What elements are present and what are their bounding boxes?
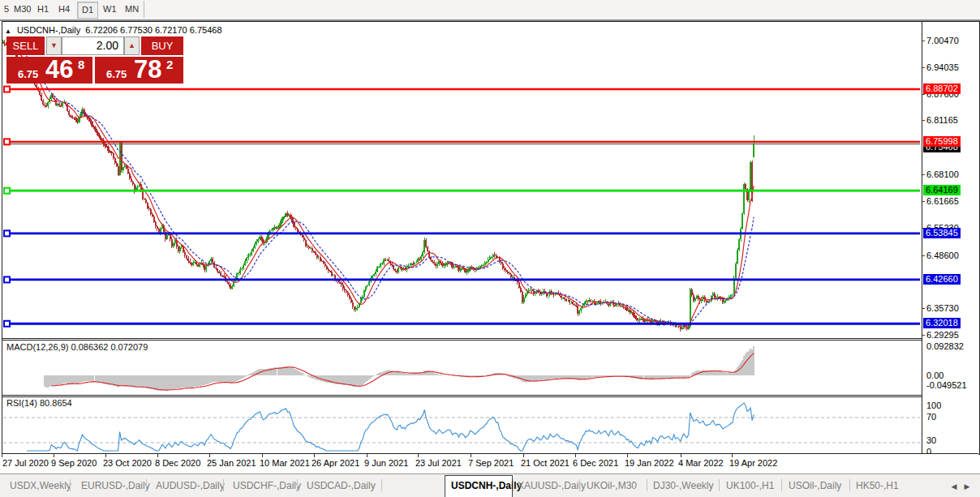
tab-audusd-daily[interactable]: AUDUSD-,Daily bbox=[156, 480, 225, 491]
sell-button[interactable]: SELL bbox=[6, 36, 45, 55]
date-tick bbox=[105, 454, 106, 457]
timeframe-button-w1[interactable]: W1 bbox=[99, 2, 121, 17]
price-axis[interactable]: 7.004706.940356.876006.811656.681006.616… bbox=[922, 22, 979, 453]
volume-input[interactable]: 2.00 bbox=[62, 36, 124, 55]
horizontal-line-6.4266[interactable] bbox=[3, 276, 920, 282]
buy-price-display[interactable]: 6.75 78 2 bbox=[95, 57, 183, 84]
price-tick bbox=[922, 308, 925, 309]
line-price-flag: 6.64169 bbox=[923, 185, 961, 195]
date-tick bbox=[575, 454, 576, 457]
line-handle-icon bbox=[4, 188, 10, 194]
line-price-flag: 6.88702 bbox=[923, 84, 961, 94]
tab-separator bbox=[719, 479, 720, 491]
tab-usoil-daily[interactable]: USOil-,Daily bbox=[789, 480, 841, 491]
rsi-value: 80.8654 bbox=[40, 398, 72, 408]
horizontal-line-6.53845[interactable] bbox=[3, 230, 920, 236]
tabs-scroll-right-button[interactable]: ▶ bbox=[962, 482, 972, 491]
tab-separator bbox=[849, 479, 850, 491]
rsi-line bbox=[27, 403, 754, 451]
timeframe-button-h4[interactable]: H4 bbox=[54, 2, 74, 17]
tab-separator bbox=[223, 479, 224, 491]
timeframe-button-m30[interactable]: M30 bbox=[10, 2, 35, 17]
line-price-flag: 6.75998 bbox=[923, 136, 961, 147]
buy-button[interactable]: BUY bbox=[141, 36, 183, 55]
tab-separator bbox=[781, 479, 782, 491]
rsi-tick-label: 30 bbox=[926, 435, 936, 445]
timeframe-button-h1[interactable]: H1 bbox=[33, 2, 53, 17]
macd-rsi-separator[interactable] bbox=[2, 395, 978, 396]
timeframe-button-d1[interactable]: D1 bbox=[77, 2, 98, 19]
tab-usdcad-daily[interactable]: USDCAD-,Daily bbox=[307, 480, 376, 491]
date-tick-label: 27 Jul 2020 bbox=[2, 458, 49, 468]
rsi-tick-label: 70 bbox=[926, 412, 936, 422]
horizontal-line-6.88702[interactable] bbox=[3, 87, 920, 92]
tab-ukoil-m30[interactable]: UKOil-,M30 bbox=[587, 480, 637, 491]
tab-usdchf-daily[interactable]: USDCHF-,Daily bbox=[233, 480, 301, 491]
tab-dj30-weekly[interactable]: DJ30-,Weekly bbox=[653, 480, 713, 491]
buy-price-big: 78 bbox=[134, 55, 161, 84]
price-tick-label: 6.61665 bbox=[926, 196, 959, 206]
tab-separator bbox=[146, 479, 147, 491]
date-tick-label: 23 Jul 2021 bbox=[415, 458, 462, 468]
tab-usdcnh-daily[interactable]: USDCNH-,Daily bbox=[451, 480, 522, 491]
price-tick-label: 6.48600 bbox=[926, 251, 959, 260]
chart-tab-bar: USDX,WeeklyEURUSD-,DailyAUDUSD-,DailyUSD… bbox=[0, 473, 980, 497]
date-tick bbox=[418, 454, 419, 457]
tab-hk50-h1[interactable]: HK50-,H1 bbox=[856, 480, 899, 491]
tab-xauusd-daily[interactable]: XAUUSD-,Daily bbox=[518, 480, 586, 491]
date-tick bbox=[314, 454, 315, 457]
date-tick-label: 23 Oct 2020 bbox=[103, 458, 152, 468]
price-tick bbox=[922, 67, 925, 68]
tab-separator bbox=[70, 479, 71, 491]
volume-increase-button[interactable]: ▲ bbox=[124, 36, 140, 55]
date-tick-label: 19 Apr 2022 bbox=[729, 458, 777, 468]
line-handle-icon bbox=[4, 276, 10, 282]
tabs-scroll-left-button[interactable]: ◀ bbox=[949, 482, 959, 491]
date-tick-label: 10 Mar 2021 bbox=[260, 458, 310, 468]
date-tick bbox=[262, 454, 263, 457]
price-tick bbox=[922, 174, 925, 175]
collapse-expert-icon[interactable]: ▲ bbox=[5, 28, 11, 35]
date-tick bbox=[54, 454, 54, 457]
sell-price-display[interactable]: 6.75 46 8 bbox=[6, 57, 92, 84]
volume-decrease-button[interactable]: ▼ bbox=[46, 36, 62, 55]
macd-tick-label: -0.049521 bbox=[926, 380, 967, 390]
date-axis[interactable]: 27 Jul 20209 Sep 202023 Oct 20208 Dec 20… bbox=[2, 454, 978, 473]
main-macd-separator[interactable] bbox=[2, 338, 978, 339]
macd-histogram bbox=[45, 346, 754, 391]
date-tick-label: 4 Mar 2022 bbox=[678, 458, 724, 468]
price-tick bbox=[922, 335, 925, 336]
chart-ohlc-values: 6.72206 6.77530 6.72170 6.75468 bbox=[85, 25, 221, 35]
rsi-tick-label: 100 bbox=[926, 401, 941, 410]
date-tick bbox=[523, 454, 524, 457]
macd-tick-label: 0.00 bbox=[926, 371, 943, 380]
date-tick bbox=[209, 454, 210, 457]
main-macd-separator-2 bbox=[2, 340, 978, 341]
sell-price-big: 46 bbox=[45, 55, 73, 84]
tab-uk100-h1[interactable]: UK100-,H1 bbox=[726, 480, 774, 491]
price-tick-label: 6.81165 bbox=[926, 115, 958, 125]
macd-rsi-separator-2 bbox=[2, 396, 978, 397]
toolbar-separator bbox=[144, 1, 144, 18]
price-tick bbox=[922, 255, 925, 256]
candlestick-series bbox=[2, 40, 754, 332]
timeframe-button-mn[interactable]: MN bbox=[121, 2, 143, 17]
tab-usdx-weekly[interactable]: USDX,Weekly bbox=[10, 480, 71, 491]
one-click-trading-panel: SELL ▼ 2.00 ▲ BUY 6.75 46 8 6.75 78 2 bbox=[6, 36, 183, 84]
date-tick-label: 9 Jun 2021 bbox=[364, 458, 408, 468]
line-price-flag: 6.32018 bbox=[923, 318, 961, 328]
rsi-indicator-label: RSI(14) 80.8654 bbox=[6, 398, 72, 408]
tab-separator bbox=[579, 479, 580, 491]
sell-price-prefix: 6.75 bbox=[18, 68, 38, 80]
tab-separator bbox=[647, 479, 647, 491]
moving-average-slow[interactable] bbox=[24, 53, 754, 326]
date-tick bbox=[2, 454, 2, 457]
tab-eurusd-daily[interactable]: EURUSD-,Daily bbox=[81, 480, 150, 491]
price-tick bbox=[922, 120, 925, 121]
horizontal-line-6.32018[interactable] bbox=[3, 321, 920, 327]
line-handle-icon bbox=[4, 87, 10, 92]
price-tick-label: 6.68100 bbox=[926, 169, 959, 179]
date-tick-label: 9 Sep 2020 bbox=[51, 458, 97, 468]
date-tick-label: 26 Apr 2021 bbox=[312, 458, 359, 468]
price-tick-label: 7.00470 bbox=[926, 36, 959, 45]
